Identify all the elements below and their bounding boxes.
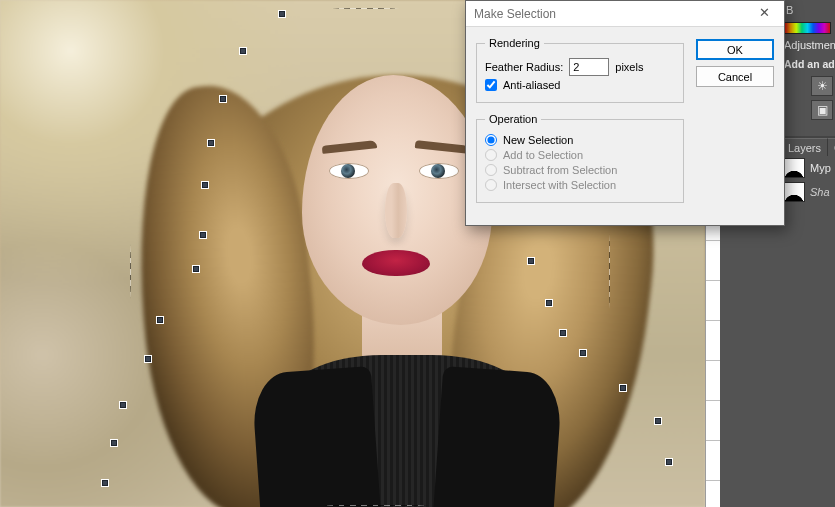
layer-name: Sha xyxy=(810,186,830,198)
dialog-titlebar[interactable]: Make Selection ✕ xyxy=(466,1,784,27)
dialog-title: Make Selection xyxy=(474,7,556,21)
photo-filter-icon[interactable]: ▣ xyxy=(811,100,833,120)
operation-int-radio[interactable] xyxy=(485,179,497,191)
operation-new-radio[interactable] xyxy=(485,134,497,146)
cancel-button[interactable]: Cancel xyxy=(696,66,774,87)
operation-add-radio[interactable] xyxy=(485,149,497,161)
adjustments-panel-label: Adjustment xyxy=(780,38,835,55)
tab-layers[interactable]: Layers xyxy=(782,138,828,156)
adjustments-hint: Add an ad xyxy=(780,55,835,74)
color-ramp[interactable] xyxy=(784,22,831,34)
brightness-icon[interactable]: ☀ xyxy=(811,76,833,96)
operation-sub-label: Subtract from Selection xyxy=(503,164,617,176)
operation-int-label: Intersect with Selection xyxy=(503,179,616,191)
operation-add-label: Add to Selection xyxy=(503,149,583,161)
close-icon[interactable]: ✕ xyxy=(746,3,782,25)
rendering-group: Rendering Feather Radius: pixels Anti-al… xyxy=(476,37,684,103)
ok-button[interactable]: OK xyxy=(696,39,774,60)
operation-group: Operation New Selection Add to Selection… xyxy=(476,113,684,203)
layer-mask-thumb[interactable] xyxy=(783,158,805,178)
antialiased-label: Anti-aliased xyxy=(503,79,560,91)
tab-channels[interactable]: C xyxy=(828,138,835,156)
layer-row[interactable]: Sha xyxy=(780,180,835,204)
layer-row[interactable]: Myp xyxy=(780,156,835,180)
make-selection-dialog: Make Selection ✕ Rendering Feather Radiu… xyxy=(465,0,785,226)
right-panel-dock: B Adjustment Add an ad ☀ ▣ Layers C Myp … xyxy=(780,0,835,507)
operation-new-label: New Selection xyxy=(503,134,573,146)
operation-sub-radio[interactable] xyxy=(485,164,497,176)
antialiased-checkbox[interactable] xyxy=(485,79,497,91)
feather-radius-input[interactable] xyxy=(569,58,609,76)
operation-legend: Operation xyxy=(485,113,541,125)
feather-unit: pixels xyxy=(615,61,643,73)
color-mode-letter: B xyxy=(786,4,793,16)
feather-radius-label: Feather Radius: xyxy=(485,61,563,73)
layer-mask-thumb[interactable] xyxy=(783,182,805,202)
layer-name: Myp xyxy=(810,162,831,174)
rendering-legend: Rendering xyxy=(485,37,544,49)
